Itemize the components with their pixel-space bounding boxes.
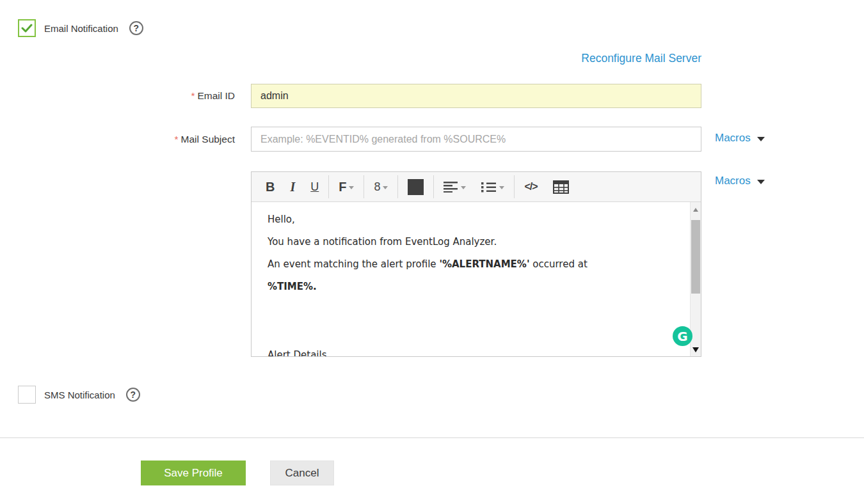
toolbar-separator [397,175,398,198]
email-notification-checkbox[interactable] [18,19,36,37]
chevron-down-icon [349,186,354,189]
mail-subject-label: *Mail Subject [17,134,235,145]
checkmark-icon [21,24,33,33]
sms-notification-row: SMS Notification ? [18,386,140,404]
chevron-down-icon [383,186,388,189]
font-family-icon: F [339,180,346,194]
chevron-down-icon [757,180,765,184]
underline-button[interactable]: U [303,172,326,201]
chevron-down-icon [499,186,504,189]
editor-content[interactable]: Hello, You have a notification from Even… [252,202,701,356]
time-macro: %TIME%. [268,281,317,292]
editor-line: Hello, [268,209,662,231]
save-profile-button[interactable]: Save Profile [141,461,246,485]
toolbar-separator [328,175,329,198]
macros-label: Macros [715,132,751,145]
sms-notification-help-icon[interactable]: ? [126,388,140,402]
alert-profile-notification-form: Email Notification ? Reconfigure Mail Se… [0,0,864,504]
scroll-down-icon[interactable] [692,347,699,352]
bold-button[interactable]: B [258,172,282,201]
email-notification-row: Email Notification ? [18,19,143,37]
font-size-value: 8 [374,180,380,194]
grammarly-icon[interactable]: G [673,326,692,346]
sms-notification-checkbox[interactable] [18,386,36,404]
editor-line-alert-details: Alert Details [268,344,662,356]
mail-subject-input[interactable] [251,127,701,152]
footer-divider [0,437,864,438]
list-button[interactable] [474,172,512,201]
email-id-label: *Email ID [17,90,235,102]
cancel-button[interactable]: Cancel [270,461,334,485]
macros-dropdown-body[interactable]: Macros [715,175,765,187]
sms-notification-label: SMS Notification [44,390,115,400]
email-id-label-text: Email ID [197,90,235,101]
scrollbar-thumb[interactable] [691,220,700,294]
color-swatch-icon [408,179,424,195]
email-notification-label: Email Notification [44,23,118,34]
align-left-icon [444,181,458,193]
macros-label: Macros [715,175,751,187]
chevron-down-icon [757,137,765,141]
alignment-button[interactable] [436,172,474,201]
editor-toolbar: B I U F 8 [252,172,701,202]
required-asterisk: * [175,134,179,145]
scroll-up-icon[interactable] [693,208,698,212]
chevron-down-icon [461,186,466,189]
macros-dropdown-subject[interactable]: Macros [715,132,765,145]
font-family-button[interactable]: F [331,172,362,201]
toolbar-separator [433,175,434,198]
mail-subject-label-text: Mail Subject [181,134,235,145]
reconfigure-mail-server-link[interactable]: Reconfigure Mail Server [581,52,701,65]
rich-text-editor: B I U F 8 [251,171,701,357]
editor-line: You have a notification from EventLog An… [268,231,662,253]
code-view-button[interactable]: </> [516,172,545,201]
editor-line: An event matching the alert profile '%AL… [268,253,662,276]
font-size-button[interactable]: 8 [366,172,396,201]
toolbar-separator [364,175,364,198]
required-asterisk: * [191,90,195,101]
message-body-text: Hello, You have a notification from Even… [252,202,701,356]
insert-table-button[interactable] [545,172,577,201]
toolbar-separator [514,175,515,198]
italic-button[interactable]: I [282,172,303,201]
alert-name-macro: '%ALERTNAME%' [439,258,529,270]
email-id-input[interactable] [251,84,701,108]
unordered-list-icon [481,182,497,193]
font-color-button[interactable] [400,172,431,201]
email-notification-help-icon[interactable]: ? [129,21,143,35]
insert-table-icon [553,180,569,194]
editor-line: %TIME%. [268,276,662,298]
